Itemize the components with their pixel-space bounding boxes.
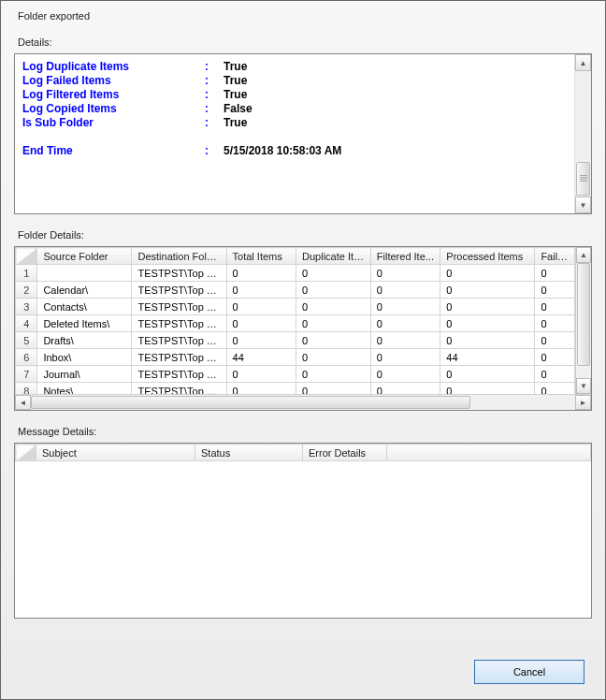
details-box: Log Duplicate Items:TrueLog Failed Items…: [14, 53, 592, 214]
cell-source-folder[interactable]: Contacts\: [37, 299, 132, 315]
cell-source-folder[interactable]: Calendar\: [37, 282, 132, 299]
row-number[interactable]: 3: [16, 299, 37, 315]
cell-source-folder[interactable]: Drafts\: [37, 332, 132, 349]
details-vertical-scrollbar[interactable]: ▲ ▼: [574, 54, 591, 213]
cell-processed-items[interactable]: 0: [440, 366, 535, 383]
scrollbar-thumb[interactable]: [577, 263, 590, 366]
table-row[interactable]: 3Contacts\TESTPST\Top of ...00000: [16, 299, 575, 315]
cell-total-items[interactable]: 0: [226, 282, 296, 299]
cell-destination-folder[interactable]: TESTPST\Top of ...: [132, 332, 226, 349]
cell-destination-folder[interactable]: TESTPST\Top of ...: [132, 366, 226, 383]
cell-source-folder[interactable]: Journal\: [37, 366, 132, 383]
cancel-button[interactable]: Cancel: [474, 660, 584, 684]
col-source-folder[interactable]: Source Folder: [37, 248, 132, 265]
scroll-up-icon[interactable]: ▲: [575, 54, 591, 71]
cell-destination-folder[interactable]: TESTPST\Top of ...: [132, 282, 226, 299]
table-row[interactable]: 6Inbox\TESTPST\Top of ...4400440: [16, 349, 575, 366]
cell-processed-items[interactable]: 0: [440, 315, 535, 332]
cell-duplicate-items[interactable]: 0: [296, 366, 371, 383]
col-status[interactable]: Status: [195, 445, 303, 461]
scrollbar-track[interactable]: [575, 71, 591, 197]
col-destination-folder[interactable]: Destination Folder: [132, 248, 226, 265]
cell-failed-items[interactable]: 0: [535, 315, 575, 332]
cell-total-items[interactable]: 0: [226, 265, 296, 282]
cell-filtered-items[interactable]: 0: [370, 315, 440, 332]
table-row[interactable]: 1TESTPST\Top of ...00000: [16, 265, 575, 282]
cell-total-items[interactable]: 0: [226, 332, 296, 349]
scroll-up-icon[interactable]: ▲: [576, 247, 591, 263]
cell-source-folder[interactable]: [37, 265, 132, 282]
table-row[interactable]: 4Deleted Items\TESTPST\Top of ...00000: [16, 315, 575, 332]
cell-total-items[interactable]: 0: [226, 366, 296, 383]
cell-total-items[interactable]: 0: [226, 299, 296, 315]
col-subject[interactable]: Subject: [36, 445, 195, 461]
cell-source-folder[interactable]: Notes\: [37, 383, 132, 395]
col-filtered-items[interactable]: Filtered Ite...: [370, 248, 440, 265]
cell-total-items[interactable]: 0: [226, 383, 296, 395]
cell-total-items[interactable]: 0: [226, 315, 296, 332]
cell-destination-folder[interactable]: TESTPST\Top of ...: [132, 299, 226, 315]
cell-processed-items[interactable]: 0: [440, 332, 535, 349]
row-header-corner[interactable]: [16, 445, 36, 461]
cell-destination-folder[interactable]: TESTPST\Top of ...: [132, 265, 226, 282]
cell-failed-items[interactable]: 0: [535, 265, 575, 282]
cell-processed-items[interactable]: 44: [440, 349, 535, 366]
cell-duplicate-items[interactable]: 0: [296, 265, 371, 282]
row-number[interactable]: 6: [16, 349, 37, 366]
table-row[interactable]: 5Drafts\TESTPST\Top of ...00000: [16, 332, 575, 349]
cell-duplicate-items[interactable]: 0: [296, 282, 371, 299]
col-duplicate-items[interactable]: Duplicate Ite...: [296, 248, 371, 265]
row-number[interactable]: 2: [16, 282, 37, 299]
cell-processed-items[interactable]: 0: [440, 383, 535, 395]
cell-filtered-items[interactable]: 0: [370, 299, 440, 315]
cell-failed-items[interactable]: 0: [535, 366, 575, 383]
row-number[interactable]: 8: [16, 383, 37, 395]
cell-duplicate-items[interactable]: 0: [296, 332, 371, 349]
cell-filtered-items[interactable]: 0: [370, 383, 440, 395]
row-number[interactable]: 4: [16, 315, 37, 332]
cell-total-items[interactable]: 44: [226, 349, 296, 366]
folder-details-section: Folder Details: Source Folder Destinatio…: [14, 222, 592, 411]
scrollbar-thumb[interactable]: [31, 396, 470, 409]
scroll-down-icon[interactable]: ▼: [576, 378, 591, 394]
cell-destination-folder[interactable]: TESTPST\Top of ...: [132, 315, 226, 332]
scroll-down-icon[interactable]: ▼: [575, 197, 591, 213]
scroll-left-icon[interactable]: ◄: [15, 395, 31, 410]
col-total-items[interactable]: Total Items: [226, 248, 296, 265]
cell-duplicate-items[interactable]: 0: [296, 349, 371, 366]
cell-source-folder[interactable]: Deleted Items\: [37, 315, 132, 332]
row-number[interactable]: 5: [16, 332, 37, 349]
row-header-corner[interactable]: [16, 248, 37, 265]
folder-horizontal-scrollbar[interactable]: ◄ ►: [15, 394, 591, 410]
cell-destination-folder[interactable]: TESTPST\Top of ...: [132, 349, 226, 366]
cell-filtered-items[interactable]: 0: [370, 349, 440, 366]
table-row[interactable]: 2Calendar\TESTPST\Top of ...00000: [16, 282, 575, 299]
col-processed-items[interactable]: Processed Items: [440, 248, 535, 265]
cell-failed-items[interactable]: 0: [535, 332, 575, 349]
col-failed-items[interactable]: Failed: [535, 248, 575, 265]
cell-filtered-items[interactable]: 0: [370, 282, 440, 299]
cell-source-folder[interactable]: Inbox\: [37, 349, 132, 366]
scroll-right-icon[interactable]: ►: [575, 395, 591, 410]
cell-processed-items[interactable]: 0: [440, 265, 535, 282]
table-row[interactable]: 8Notes\TESTPST\Top of ...00000: [16, 383, 575, 395]
table-row[interactable]: 7Journal\TESTPST\Top of ...00000: [16, 366, 575, 383]
cell-duplicate-items[interactable]: 0: [296, 315, 371, 332]
cell-destination-folder[interactable]: TESTPST\Top of ...: [132, 383, 226, 395]
cell-duplicate-items[interactable]: 0: [296, 299, 371, 315]
col-error-details[interactable]: Error Details: [303, 445, 387, 461]
cell-filtered-items[interactable]: 0: [370, 366, 440, 383]
cell-failed-items[interactable]: 0: [535, 349, 575, 366]
folder-vertical-scrollbar[interactable]: ▲ ▼: [575, 247, 591, 394]
cell-duplicate-items[interactable]: 0: [296, 383, 371, 395]
row-number[interactable]: 1: [16, 265, 37, 282]
cell-filtered-items[interactable]: 0: [370, 332, 440, 349]
row-number[interactable]: 7: [16, 366, 37, 383]
cell-failed-items[interactable]: 0: [535, 299, 575, 315]
cell-failed-items[interactable]: 0: [535, 383, 575, 395]
cell-processed-items[interactable]: 0: [440, 299, 535, 315]
cell-filtered-items[interactable]: 0: [370, 265, 440, 282]
cell-failed-items[interactable]: 0: [535, 282, 575, 299]
cell-processed-items[interactable]: 0: [440, 282, 535, 299]
scrollbar-thumb[interactable]: [576, 162, 590, 196]
